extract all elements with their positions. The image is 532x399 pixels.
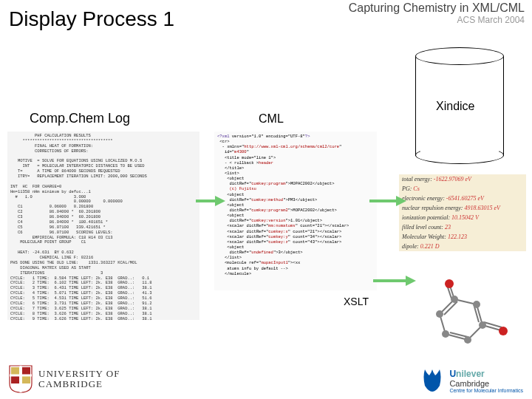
footer-unilever: Unilever Cambridge Centre for Molecular … (420, 368, 523, 393)
unilever-logo-icon (420, 368, 445, 393)
results-table: total energy: -1622.97069 eVPG: Cselectr… (399, 174, 526, 251)
svg-point-16 (464, 336, 471, 344)
unilever-cambridge: Cambridge (449, 379, 523, 388)
unilever-u: U (449, 369, 456, 379)
cambridge-shield-icon (9, 365, 33, 393)
header-date: ACS March 2004 (349, 15, 525, 25)
svg-point-14 (436, 310, 443, 318)
unilever-centre: Centre for Molecular Informatics (449, 388, 523, 393)
compchem-log-panel: PHF CALCULATION RESULTS ****************… (7, 132, 200, 320)
cambridge-text: UNIVERSITY OF CAMBRIDGE (38, 369, 120, 389)
svg-rect-24 (22, 376, 30, 383)
cml-xml-panel: <?xml version="1.0" encoding="UTF-8"?> <… (214, 132, 377, 290)
svg-point-18 (473, 301, 480, 308)
slide-title: Display Process 1 (9, 7, 174, 31)
svg-point-13 (451, 296, 458, 303)
header-subtitle: Capturing Chemistry in XML/CML (349, 1, 525, 15)
cml-label: CML (259, 112, 284, 126)
svg-point-15 (442, 330, 449, 338)
unilever-rest: nilever (456, 369, 485, 379)
svg-point-20 (445, 279, 454, 288)
compchem-log-label: Comp.Chem Log (30, 111, 130, 126)
cambridge-line2: CAMBRIDGE (38, 379, 120, 389)
unilever-text: Unilever Cambridge Centre for Molecular … (449, 369, 523, 393)
svg-rect-22 (22, 367, 30, 375)
svg-rect-23 (11, 376, 19, 383)
cambridge-line1: UNIVERSITY OF (38, 369, 120, 379)
header-subtitle-block: Capturing Chemistry in XML/CML ACS March… (349, 1, 525, 25)
molecule-diagram (409, 273, 519, 362)
svg-rect-21 (11, 367, 19, 375)
svg-point-19 (499, 327, 508, 335)
footer-cambridge: UNIVERSITY OF CAMBRIDGE (9, 365, 120, 393)
xslt-label: XSLT (344, 296, 369, 307)
xindice-label: Xindice (436, 100, 474, 113)
svg-point-17 (479, 321, 486, 329)
